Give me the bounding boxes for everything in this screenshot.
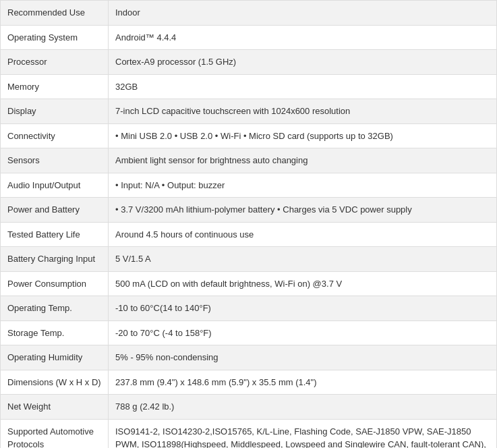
table-row: Power and Battery• 3.7 V/3200 mAh lithiu… (1, 198, 497, 223)
table-row: Supported Automotive ProtocolsISO9141-2,… (1, 419, 497, 448)
table-row: SensorsAmbient light sensor for brightne… (1, 148, 497, 173)
spec-label: Storage Temp. (1, 320, 109, 345)
table-row: Operating Humidity5% - 95% non-condensin… (1, 345, 497, 370)
table-row: Dimensions (W x H x D)237.8 mm (9.4") x … (1, 370, 497, 395)
table-row: Memory32GB (1, 74, 497, 99)
spec-label: Operating Humidity (1, 345, 109, 370)
table-row: Tested Battery LifeAround 4.5 hours of c… (1, 222, 497, 247)
spec-value: 237.8 mm (9.4") x 148.6 mm (5.9") x 35.5… (109, 370, 497, 395)
spec-value: Ambient light sensor for brightness auto… (109, 148, 497, 173)
spec-value: ISO9141-2, ISO14230-2,ISO15765, K/L-Line… (109, 419, 497, 448)
spec-value: 500 mA (LCD on with default brightness, … (109, 271, 497, 296)
spec-label: Operating Temp. (1, 296, 109, 321)
spec-label: Dimensions (W x H x D) (1, 370, 109, 395)
spec-value: Indoor (109, 1, 497, 26)
spec-label: Operating System (1, 25, 109, 50)
spec-label: Power and Battery (1, 198, 109, 223)
spec-value: Cortex-A9 processor (1.5 GHz) (109, 50, 497, 75)
spec-label: Audio Input/Output (1, 173, 109, 198)
spec-label: Memory (1, 74, 109, 99)
spec-label: Connectivity (1, 123, 109, 148)
table-row: Display7-inch LCD capacitive touchscreen… (1, 99, 497, 124)
table-row: ProcessorCortex-A9 processor (1.5 GHz) (1, 50, 497, 75)
spec-value: Around 4.5 hours of continuous use (109, 222, 497, 247)
spec-label: Processor (1, 50, 109, 75)
table-row: Storage Temp.-20 to 70°C (-4 to 158°F) (1, 320, 497, 345)
table-row: Operating Temp.-10 to 60°C(14 to 140°F) (1, 296, 497, 321)
spec-label: Net Weight (1, 395, 109, 420)
table-row: Power Consumption500 mA (LCD on with def… (1, 271, 497, 296)
spec-label: Supported Automotive Protocols (1, 419, 109, 448)
table-row: Audio Input/Output• Input: N/A • Output:… (1, 173, 497, 198)
spec-value: 5 V/1.5 A (109, 247, 497, 272)
spec-label: Battery Charging Input (1, 247, 109, 272)
spec-value: • Mini USB 2.0 • USB 2.0 • Wi-Fi • Micro… (109, 123, 497, 148)
spec-label: Recommended Use (1, 1, 109, 26)
spec-value: -20 to 70°C (-4 to 158°F) (109, 320, 497, 345)
spec-value: • 3.7 V/3200 mAh lithium-polymer battery… (109, 198, 497, 223)
table-row: Connectivity• Mini USB 2.0 • USB 2.0 • W… (1, 123, 497, 148)
spec-value: Android™ 4.4.4 (109, 25, 497, 50)
spec-value: -10 to 60°C(14 to 140°F) (109, 296, 497, 321)
spec-value: 5% - 95% non-condensing (109, 345, 497, 370)
table-row: Recommended UseIndoor (1, 1, 497, 26)
spec-value: 7-inch LCD capacitive touchscreen with 1… (109, 99, 497, 124)
spec-label: Sensors (1, 148, 109, 173)
table-row: Net Weight788 g (2.42 lb.) (1, 395, 497, 420)
spec-label: Tested Battery Life (1, 222, 109, 247)
table-row: Operating SystemAndroid™ 4.4.4 (1, 25, 497, 50)
spec-label: Display (1, 99, 109, 124)
spec-value: • Input: N/A • Output: buzzer (109, 173, 497, 198)
spec-value: 788 g (2.42 lb.) (109, 395, 497, 420)
specs-table: Recommended UseIndoorOperating SystemAnd… (0, 0, 497, 448)
table-row: Battery Charging Input5 V/1.5 A (1, 247, 497, 272)
spec-value: 32GB (109, 74, 497, 99)
spec-label: Power Consumption (1, 271, 109, 296)
